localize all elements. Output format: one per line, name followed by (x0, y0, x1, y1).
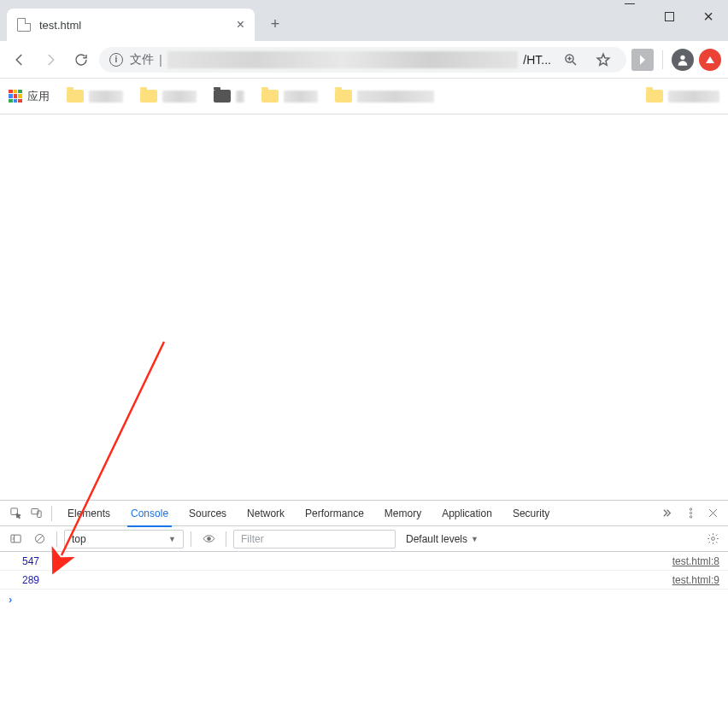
svg-point-1 (680, 55, 684, 59)
device-toolbar-icon[interactable] (26, 503, 46, 524)
apps-grid-icon (9, 90, 22, 103)
close-window-button[interactable]: × (689, 3, 728, 29)
bookmark-star-icon[interactable] (590, 47, 616, 73)
bookmark-folder[interactable] (140, 90, 197, 103)
browser-toolbar: i 文件 | /HT... (0, 41, 728, 79)
tab-application[interactable]: Application (432, 501, 502, 526)
devtools-close-icon[interactable] (702, 503, 723, 524)
tab-sources[interactable]: Sources (179, 501, 237, 526)
extension-icon[interactable] (631, 49, 654, 71)
tab-elements[interactable]: Elements (57, 501, 120, 526)
bookmark-folder[interactable] (335, 90, 434, 103)
devtools-tab-bar: Elements Console Sources Network Perform… (0, 501, 728, 526)
close-tab-icon[interactable]: × (237, 17, 244, 32)
chevron-down-icon: ▼ (168, 535, 176, 543)
console-toolbar: top ▼ Default levels ▼ (0, 526, 728, 552)
console-log-value: 547 (22, 555, 39, 567)
url-suffix: /HT... (523, 53, 551, 67)
svg-point-6 (690, 512, 691, 513)
profile-avatar[interactable] (672, 49, 694, 71)
console-output: 547 test.html:8 289 test.html:9 › (0, 552, 728, 704)
file-icon (17, 18, 31, 32)
live-expression-icon[interactable] (198, 529, 219, 549)
page-viewport (0, 114, 728, 500)
console-log-row: 289 test.html:9 (0, 571, 728, 590)
log-level-label: Default levels (406, 533, 467, 545)
bookmark-folder[interactable] (646, 90, 719, 103)
bookmark-folder[interactable] (261, 90, 318, 103)
browser-tab[interactable]: test.html × (7, 9, 255, 41)
console-log-row: 547 test.html:8 (0, 552, 728, 571)
minimize-button[interactable] (610, 3, 649, 29)
console-settings-icon[interactable] (702, 529, 723, 549)
execution-context-label: top (72, 533, 86, 545)
bookmarks-bar: 应用 (0, 79, 728, 114)
svg-point-11 (711, 537, 714, 541)
tab-network[interactable]: Network (237, 501, 295, 526)
tab-title: test.html (39, 19, 237, 32)
back-button[interactable] (7, 47, 32, 73)
window-controls: × (610, 0, 728, 32)
site-info-icon[interactable]: i (109, 53, 123, 67)
clear-console-icon[interactable] (29, 529, 50, 549)
devtools-panel: Elements Console Sources Network Perform… (0, 500, 728, 704)
console-sidebar-toggle-icon[interactable] (5, 529, 26, 549)
svg-point-5 (690, 508, 691, 510)
reload-button[interactable] (68, 47, 94, 73)
address-bar[interactable]: i 文件 | /HT... (99, 47, 626, 73)
url-scheme-label: 文件 (130, 52, 154, 67)
update-available-icon[interactable] (699, 49, 721, 71)
svg-rect-8 (10, 535, 20, 543)
console-log-source-link[interactable]: test.html:9 (672, 574, 719, 586)
more-tabs-icon[interactable] (658, 503, 678, 524)
zoom-icon[interactable] (558, 47, 584, 73)
tab-security[interactable]: Security (502, 501, 560, 526)
inspect-element-icon[interactable] (5, 503, 26, 524)
console-filter-input[interactable] (233, 530, 396, 549)
svg-point-7 (690, 516, 691, 518)
maximize-button[interactable] (649, 3, 689, 29)
url-redacted (167, 51, 518, 68)
tab-strip: test.html × + × (0, 0, 728, 41)
tab-performance[interactable]: Performance (295, 501, 374, 526)
apps-shortcut[interactable]: 应用 (9, 89, 50, 104)
new-tab-button[interactable]: + (263, 12, 287, 36)
tab-console[interactable]: Console (120, 501, 179, 526)
forward-button[interactable] (38, 47, 63, 73)
chevron-down-icon: ▼ (471, 535, 478, 543)
console-log-value: 289 (22, 574, 39, 586)
devtools-menu-icon[interactable] (680, 503, 701, 524)
apps-label: 应用 (27, 89, 50, 104)
log-level-selector[interactable]: Default levels ▼ (399, 530, 485, 549)
prompt-chevron-icon: › (9, 593, 12, 606)
execution-context-selector[interactable]: top ▼ (64, 530, 184, 549)
bookmark-folder[interactable] (214, 90, 244, 103)
tab-memory[interactable]: Memory (374, 501, 432, 526)
toolbar-separator (662, 50, 663, 69)
console-log-source-link[interactable]: test.html:8 (672, 555, 719, 567)
console-prompt[interactable]: › (0, 590, 728, 608)
svg-point-10 (207, 537, 210, 541)
url-separator: | (159, 52, 162, 67)
bookmark-folder[interactable] (67, 90, 123, 103)
